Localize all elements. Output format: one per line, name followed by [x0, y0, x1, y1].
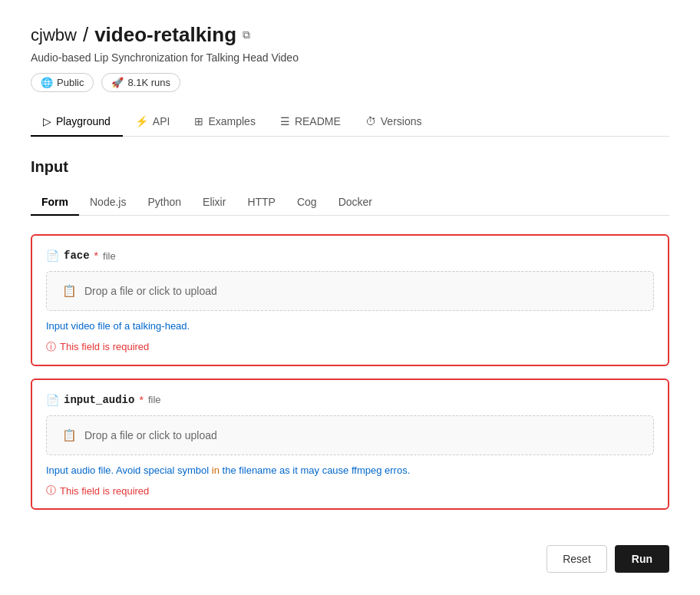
error-icon-face: ⓘ: [46, 340, 56, 354]
audio-description: Input audio file. Avoid special symbol i…: [46, 463, 654, 478]
public-badge: 🌐 Public: [31, 73, 94, 92]
audio-desc-part2: the filename as it may cause ffmpeg erro…: [220, 464, 410, 476]
audio-upload-area[interactable]: 📋 Drop a file or click to upload: [46, 415, 654, 455]
subtab-python[interactable]: Python: [137, 190, 192, 216]
repo-slash: /: [83, 23, 88, 47]
versions-tab-icon: ⏱: [365, 115, 376, 127]
rocket-icon: 🚀: [111, 77, 124, 88]
field-face-name: face: [64, 250, 90, 262]
repo-header: cjwbw / video-retalking ⧉ Audio-based Li…: [31, 23, 669, 92]
readme-tab-icon: ☰: [280, 115, 290, 127]
repo-title: cjwbw / video-retalking ⧉: [31, 23, 669, 47]
tab-playground[interactable]: ▷ Playground: [31, 107, 123, 137]
face-error: ⓘ This field is required: [46, 340, 654, 354]
public-label: Public: [57, 77, 84, 88]
subtab-elixir[interactable]: Elixir: [192, 190, 236, 216]
audio-desc-highlight: in: [212, 464, 220, 476]
error-icon-audio: ⓘ: [46, 484, 56, 497]
subtab-http[interactable]: HTTP: [236, 190, 286, 216]
subtab-docker[interactable]: Docker: [328, 190, 383, 216]
face-upload-text: Drop a file or click to upload: [84, 285, 217, 297]
field-input-audio-card: 📄 input_audio* file 📋 Drop a file or cli…: [31, 378, 669, 511]
subtab-nodejs[interactable]: Node.js: [79, 190, 137, 216]
versions-tab-label: Versions: [381, 115, 422, 127]
upload-icon-face: 📋: [62, 284, 77, 298]
field-face-header: 📄 face* file: [46, 250, 654, 262]
repo-description: Audio-based Lip Synchronization for Talk…: [31, 51, 669, 64]
face-error-text: This field is required: [60, 341, 149, 352]
section-title: Input: [31, 158, 669, 176]
readme-tab-label: README: [295, 115, 341, 127]
tab-examples[interactable]: ⊞ Examples: [182, 107, 267, 137]
field-audio-type: file: [148, 394, 161, 405]
audio-error: ⓘ This field is required: [46, 484, 654, 497]
repo-name: video-retalking: [94, 23, 236, 47]
field-face-required: *: [94, 250, 98, 262]
face-upload-area[interactable]: 📋 Drop a file or click to upload: [46, 271, 654, 311]
external-link-icon[interactable]: ⧉: [243, 28, 250, 41]
api-tab-label: API: [153, 115, 170, 127]
runs-label: 8.1K runs: [127, 77, 170, 88]
tab-readme[interactable]: ☰ README: [268, 107, 353, 137]
footer-actions: Reset Run: [31, 533, 669, 573]
face-description: Input video file of a talking-head.: [46, 319, 654, 334]
examples-tab-label: Examples: [208, 115, 255, 127]
subtab-form[interactable]: Form: [31, 190, 79, 216]
file-icon-audio: 📄: [46, 394, 59, 406]
audio-upload-text: Drop a file or click to upload: [84, 429, 217, 441]
reset-button[interactable]: Reset: [546, 545, 607, 573]
sub-tabs: Form Node.js Python Elixir HTTP Cog Dock…: [31, 190, 669, 216]
field-face-type: file: [103, 250, 116, 262]
repo-author: cjwbw: [31, 25, 77, 45]
tab-versions[interactable]: ⏱ Versions: [353, 107, 434, 137]
globe-icon: 🌐: [41, 77, 53, 88]
field-audio-header: 📄 input_audio* file: [46, 394, 654, 406]
run-button[interactable]: Run: [615, 545, 669, 573]
subtab-cog[interactable]: Cog: [286, 190, 328, 216]
field-audio-name: input_audio: [64, 394, 134, 406]
main-nav: ▷ Playground ⚡ API ⊞ Examples ☰ README ⏱…: [31, 107, 669, 137]
api-tab-icon: ⚡: [135, 115, 148, 127]
examples-tab-icon: ⊞: [194, 115, 203, 127]
badges-container: 🌐 Public 🚀 8.1K runs: [31, 73, 669, 92]
runs-badge: 🚀 8.1K runs: [101, 73, 180, 92]
audio-desc-part1: Input audio file. Avoid special symbol: [46, 464, 212, 476]
file-icon-face: 📄: [46, 250, 59, 262]
field-face-card: 📄 face* file 📋 Drop a file or click to u…: [31, 234, 669, 366]
tab-api[interactable]: ⚡ API: [123, 107, 183, 137]
upload-icon-audio: 📋: [62, 428, 77, 442]
input-section: Input Form Node.js Python Elixir HTTP Co…: [31, 158, 669, 510]
field-audio-required: *: [139, 394, 143, 406]
playground-tab-icon: ▷: [43, 115, 51, 127]
audio-error-text: This field is required: [60, 485, 149, 497]
playground-tab-label: Playground: [56, 115, 111, 127]
